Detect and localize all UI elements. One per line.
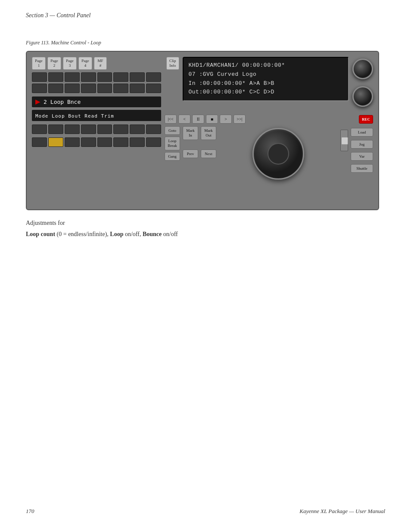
bottom-label-text: Mode Loop Bout Read Trim — [35, 113, 114, 119]
slide-fader[interactable] — [340, 130, 348, 151]
play-button[interactable]: > — [220, 115, 232, 124]
grid-btn-11[interactable] — [65, 84, 80, 93]
page-2-button[interactable]: Page2 — [47, 57, 61, 70]
mf-button[interactable]: MF# — [94, 57, 107, 70]
last-btn-4[interactable] — [81, 137, 96, 147]
bottom-btn-2[interactable] — [48, 124, 63, 134]
manual-title-text: Kayenne XL Package — User Manual — [299, 508, 385, 514]
control-panel: Page1 Page2 Page3 Page4 MF# — [26, 51, 379, 210]
grid-btn-10[interactable] — [48, 84, 63, 93]
display-line-3: In :00:00:00:00* A>A B>B — [189, 79, 343, 88]
display-line-4: Out:00:00:00:00* C>C D>D — [189, 88, 343, 97]
left-section: Page1 Page2 Page3 Page4 MF# — [32, 57, 161, 204]
rew-button[interactable]: < — [178, 115, 190, 124]
last-btn-5[interactable] — [97, 137, 112, 147]
gang-button[interactable]: Gang — [165, 152, 180, 161]
grid-btn-7[interactable] — [130, 72, 145, 82]
page-3-button[interactable]: Page3 — [63, 57, 77, 70]
description-line: Loop count (0 = endless/infinite), Loop … — [26, 231, 178, 238]
display-line-1: KHD1/RAMCHAN1/ 00:00:00:00* — [189, 61, 343, 70]
knob-top[interactable] — [352, 59, 373, 79]
bottom-btn-7[interactable] — [130, 124, 145, 134]
display-screen: KHD1/RAMCHAN1/ 00:00:00:00* 07 :GVG Curv… — [183, 57, 349, 101]
var-button[interactable]: Var — [351, 152, 373, 161]
arrow-indicator: ▶ — [35, 98, 40, 106]
bottom-btn-3[interactable] — [65, 124, 80, 134]
page-4-button[interactable]: Page4 — [78, 57, 92, 70]
loop-value: on/off, — [123, 231, 142, 237]
rec-button[interactable]: REC — [359, 115, 373, 124]
loop-break-button[interactable]: LoopBreak — [165, 137, 180, 150]
bounce-bold: Bounce — [143, 231, 162, 237]
status-number: 2 — [44, 99, 47, 105]
last-btn-3[interactable] — [65, 137, 80, 147]
ffwd-button[interactable]: >>| — [234, 115, 246, 124]
grid-btn-16[interactable] — [146, 84, 161, 93]
shuttle-button[interactable]: Shuttle — [351, 164, 373, 173]
last-btn-6[interactable] — [113, 137, 128, 147]
grid-btn-14[interactable] — [113, 84, 128, 93]
last-button-row — [32, 137, 161, 147]
bottom-btn-5[interactable] — [97, 124, 112, 134]
button-grid-2 — [32, 84, 161, 93]
next-button[interactable]: Next — [201, 149, 216, 158]
loop-count-value: (0 = endless/infinite), — [55, 231, 110, 237]
loop-count-bold: Loop count — [26, 231, 55, 237]
bottom-btn-8[interactable] — [146, 124, 161, 134]
bottom-grid — [32, 124, 161, 134]
button-grid-1 — [32, 72, 161, 82]
page-buttons-row: Page1 Page2 Page3 Page4 MF# — [32, 57, 161, 70]
jog-button[interactable]: Jog — [351, 140, 373, 149]
bottom-btn-1[interactable] — [32, 124, 47, 134]
page-number: 170 — [26, 508, 34, 515]
grid-btn-15[interactable] — [130, 84, 145, 93]
body-text: Adjustments for Loop count (0 = endless/… — [26, 220, 178, 238]
last-btn-1[interactable] — [32, 137, 47, 147]
bottom-btn-4[interactable] — [81, 124, 96, 134]
bounce-value: on/off — [162, 231, 177, 237]
figure-caption: Figure 113. Machine Control - Loop — [26, 40, 101, 46]
loop-bold: Loop — [110, 231, 123, 237]
load-button[interactable]: Load — [351, 128, 373, 137]
manual-title: Kayenne XL Package — User Manual — [299, 508, 385, 515]
grid-btn-1[interactable] — [32, 72, 47, 82]
grid-btn-2[interactable] — [48, 72, 63, 82]
mark-out-button[interactable]: MarkOut — [201, 126, 216, 140]
grid-btn-5[interactable] — [97, 72, 112, 82]
grid-btn-6[interactable] — [113, 72, 128, 82]
middle-section: Clip Info KHD1/RAMCHAN1/ 00:00:00:00* 07… — [165, 57, 373, 204]
bottom-label-row: Mode Loop Bout Read Trim — [32, 110, 161, 121]
pause-button[interactable]: II — [192, 115, 204, 124]
grid-btn-8[interactable] — [146, 72, 161, 82]
grid-btn-4[interactable] — [81, 72, 96, 82]
status-row: ▶ 2 Loop Bnce — [32, 96, 161, 107]
last-btn-8[interactable] — [146, 137, 161, 147]
grid-btn-13[interactable] — [97, 84, 112, 93]
fader-handle — [341, 137, 348, 145]
jog-wheel[interactable] — [252, 128, 304, 180]
knob-bottom[interactable] — [352, 86, 373, 107]
figure-caption-text: Figure 113. Machine Control - Loop — [26, 40, 101, 46]
mark-in-button[interactable]: MarkIn — [183, 126, 198, 140]
transport-row: |<< < II ■ > >>| REC — [165, 115, 373, 124]
bottom-btn-6[interactable] — [113, 124, 128, 134]
adjustments-line: Adjustments for — [26, 220, 178, 227]
goto-button[interactable]: Goto — [165, 126, 180, 135]
clip-info-button[interactable]: Clip Info — [166, 57, 179, 70]
last-btn-yellow-1[interactable] — [48, 137, 63, 147]
rew-rew-button[interactable]: |<< — [165, 115, 177, 124]
grid-btn-12[interactable] — [81, 84, 96, 93]
grid-btn-3[interactable] — [65, 72, 80, 82]
section-header: Section 3 — Control Panel — [26, 12, 90, 19]
prev-button[interactable]: Prev — [183, 149, 198, 158]
last-btn-7[interactable] — [130, 137, 145, 147]
jog-inner — [268, 143, 289, 165]
status-label: Loop Bnce — [50, 99, 81, 105]
section-title: Section 3 — Control Panel — [26, 12, 90, 19]
grid-btn-9[interactable] — [32, 84, 47, 93]
stop-button[interactable]: ■ — [206, 115, 218, 124]
display-line-2: 07 :GVG Curved Logo — [189, 70, 343, 79]
page-1-button[interactable]: Page1 — [32, 57, 46, 70]
